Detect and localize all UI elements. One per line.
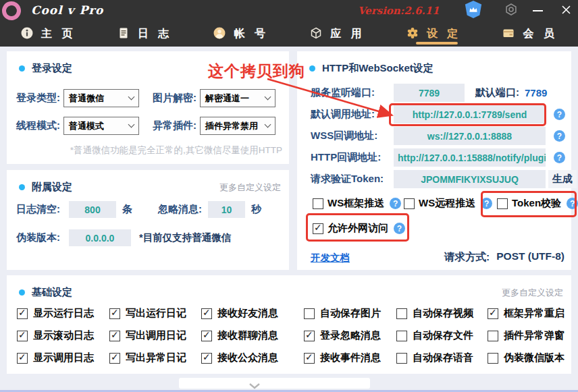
checkbox-write-run-log[interactable]: 写出运行日记 <box>109 307 201 320</box>
titlebar-settings-button[interactable] <box>501 0 521 22</box>
checkbox-auto-save-file[interactable]: 自动保存文件 <box>396 329 488 342</box>
ignore-msg-unit: 秒 <box>251 203 261 216</box>
basic-more-settings-link[interactable]: 更多自定义设定 <box>502 287 563 299</box>
minimize-button[interactable] <box>527 0 548 22</box>
checkbox-icon[interactable] <box>109 331 120 341</box>
ignore-msg-input[interactable]: 10 <box>208 201 245 218</box>
checkbox-icon[interactable] <box>396 331 407 341</box>
checkbox-icon[interactable] <box>304 308 315 319</box>
http-callback-label: HTTP回调地址: <box>311 151 394 164</box>
abnormal-plugin-select[interactable]: 插件异常禁用 <box>200 117 275 135</box>
help-icon[interactable] <box>567 198 578 209</box>
listen-port-input[interactable]: 7789 <box>394 84 465 102</box>
chevron-down-icon <box>128 94 135 101</box>
checkbox-icon[interactable] <box>201 308 212 319</box>
checkbox-icon[interactable] <box>109 308 120 319</box>
checkbox-icon[interactable] <box>201 353 212 364</box>
checkbox-receive-friend-msg[interactable]: 接收好友消息 <box>201 307 304 320</box>
section-dot-icon <box>19 65 25 72</box>
checkbox-token-verify[interactable]: Token校验 <box>497 197 578 210</box>
checkbox-icon[interactable] <box>109 353 120 364</box>
help-icon[interactable] <box>481 198 492 209</box>
select-value: 插件异常禁用 <box>205 120 258 132</box>
login-hint-text: *普通微信功能是完全正常的,其它微信尽量使用HTTP <box>70 144 282 157</box>
checkbox-write-call-log[interactable]: 写出调用日记 <box>109 329 201 342</box>
help-icon[interactable] <box>554 152 565 163</box>
wss-callback-label: WSS回调地址: <box>311 130 394 142</box>
tab-home[interactable]: 主 页 <box>0 22 97 47</box>
member-wallet-icon <box>502 26 515 43</box>
http-callback-input[interactable]: http://127.0.0.1:15888/notify/plugin <box>394 148 546 167</box>
login-type-select[interactable]: 普通微信 <box>63 89 139 107</box>
tab-member[interactable]: 会 员 <box>481 22 578 47</box>
checkbox-icon[interactable] <box>488 353 498 364</box>
help-icon[interactable] <box>554 109 565 120</box>
gear-outline-icon <box>504 2 519 20</box>
tab-label: 设 定 <box>427 27 461 41</box>
aux-more-settings-link[interactable]: 更多自定义设定 <box>219 181 281 194</box>
help-icon[interactable] <box>394 223 405 234</box>
checkbox-show-scroll-log[interactable]: 显示滚动日志 <box>17 329 109 342</box>
wss-callback-input[interactable]: ws://127.0.0.1:8888 <box>394 127 546 145</box>
checkbox-icon[interactable] <box>488 331 498 341</box>
checkbox-icon[interactable] <box>17 331 28 341</box>
checkbox-icon[interactable] <box>201 331 212 341</box>
checkbox-receive-event-msg[interactable]: 接收事件消息 <box>304 352 396 364</box>
checkbox-fake-wechat-version[interactable]: 伪装微信版本 <box>488 352 567 364</box>
section-title: HTTP和WebSocket设定 <box>322 62 434 75</box>
checkbox-icon[interactable] <box>304 353 315 364</box>
tab-account[interactable]: 帐 号 <box>192 22 289 47</box>
checkbox-framework-restart[interactable]: 框架异常重启 <box>488 307 567 320</box>
help-icon[interactable] <box>390 198 401 209</box>
checkbox-icon[interactable] <box>313 198 323 209</box>
checkbox-write-error-log[interactable]: 写出异常日记 <box>109 352 201 364</box>
title-bar: Cool v Pro Version:2.6.11 <box>0 0 578 22</box>
fake-version-input[interactable]: 0.0.0.0 <box>69 229 131 246</box>
checkbox-receive-official-msg[interactable]: 接收公众消息 <box>201 352 304 364</box>
checkbox-show-run-log[interactable]: 显示运行日志 <box>17 307 109 320</box>
checkbox-icon[interactable] <box>488 308 498 319</box>
checkbox-auto-save-voice[interactable]: 自动保存语音 <box>396 352 488 364</box>
section-title: 登录设定 <box>32 62 72 75</box>
checkbox-auto-save-image[interactable]: 自动保存图片 <box>304 307 396 320</box>
listen-port-row: 服务监听端口: 7789 默认端口: 7789 <box>311 84 567 102</box>
checkbox-icon[interactable] <box>17 308 28 319</box>
thread-mode-select[interactable]: 普通模式 <box>63 117 139 135</box>
call-address-input[interactable]: http://127.0.0.1:7789/send <box>394 105 546 123</box>
thread-mode-label: 线程模式: <box>16 119 60 132</box>
dev-docs-link[interactable]: 开发文档 <box>311 252 350 264</box>
checkbox-icon[interactable] <box>313 223 323 234</box>
checkbox-receive-group-msg[interactable]: 接收群聊消息 <box>201 329 304 342</box>
aux-section-header: 附属设定 <box>19 181 72 194</box>
checkbox-ws-frame-push[interactable]: WS框架推送 <box>313 197 401 210</box>
tab-settings[interactable]: 设 定 <box>386 22 482 47</box>
checkbox-icon[interactable] <box>404 198 415 209</box>
chevron-down-icon <box>265 94 271 101</box>
close-button[interactable] <box>554 0 578 22</box>
generate-token-button[interactable]: 生成 <box>548 170 577 188</box>
checkbox-icon[interactable] <box>497 198 508 209</box>
collapse-button[interactable] <box>179 378 370 389</box>
image-decrypt-label: 图片解密: <box>153 92 196 105</box>
tab-apps[interactable]: 应 用 <box>289 22 386 47</box>
checkbox-show-call-log[interactable]: 显示调用日志 <box>17 352 109 364</box>
checkbox-allow-external-access[interactable]: 允许外网访问 <box>313 222 405 235</box>
log-clear-unit: 条 <box>122 203 132 216</box>
image-decrypt-select[interactable]: 解密通道一 <box>200 89 275 107</box>
tab-logs[interactable]: 日 志 <box>97 22 193 47</box>
checkbox-icon[interactable] <box>304 331 315 341</box>
checkbox-icon[interactable] <box>17 353 28 364</box>
help-icon[interactable] <box>554 130 565 142</box>
checkbox-login-ignore-msg[interactable]: 登录忽略消息 <box>304 329 396 342</box>
checkbox-icon[interactable] <box>396 308 407 319</box>
token-input[interactable]: JPOMMFIKYIXSUJUQ <box>394 170 546 188</box>
checkbox-plugin-error-popup[interactable]: 插件异常弹窗 <box>488 329 567 342</box>
tab-label: 日 志 <box>138 27 172 41</box>
vip-badge-button[interactable] <box>461 0 486 22</box>
app-title: Cool v Pro <box>31 3 103 17</box>
log-clear-input[interactable]: 800 <box>69 201 116 218</box>
checkbox-icon[interactable] <box>396 353 407 364</box>
checkbox-auto-save-video[interactable]: 自动保存视频 <box>396 307 488 320</box>
login-settings-panel: 登录设定 登录类型: 普通微信 图片解密: 解密通道一 线程模式: 普通模式 异… <box>7 51 289 164</box>
checkbox-ws-remote-push[interactable]: WS远程推送 <box>404 197 492 210</box>
